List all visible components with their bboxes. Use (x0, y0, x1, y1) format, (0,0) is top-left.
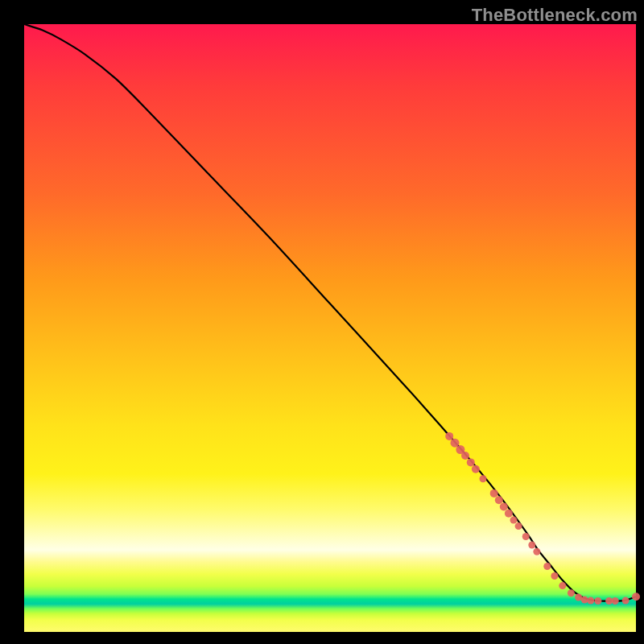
highlight-point (568, 589, 575, 597)
highlight-point (533, 548, 540, 555)
highlight-points (445, 432, 640, 605)
highlight-point (505, 510, 513, 518)
watermark-text: TheBottleneck.com (0, 5, 638, 26)
highlight-point (445, 432, 453, 440)
highlight-point (559, 582, 566, 589)
highlight-point (490, 489, 498, 497)
highlight-point (510, 517, 518, 524)
highlight-point (594, 597, 601, 605)
highlight-point (461, 452, 469, 460)
highlight-point (587, 597, 594, 605)
chart-svg (24, 24, 636, 632)
bottleneck-curve (24, 24, 636, 601)
chart-plot-area (24, 24, 636, 632)
highlight-point (528, 542, 535, 549)
highlight-point (612, 597, 619, 605)
highlight-point (632, 592, 640, 601)
highlight-point (543, 563, 551, 570)
highlight-point (500, 503, 508, 511)
highlight-point (495, 496, 503, 504)
highlight-point (522, 533, 530, 540)
highlight-point (480, 475, 487, 482)
highlight-point (472, 465, 480, 473)
highlight-point (467, 458, 475, 466)
highlight-point (581, 597, 588, 604)
highlight-point (515, 522, 522, 530)
highlight-point (551, 572, 558, 580)
highlight-point (622, 597, 630, 605)
